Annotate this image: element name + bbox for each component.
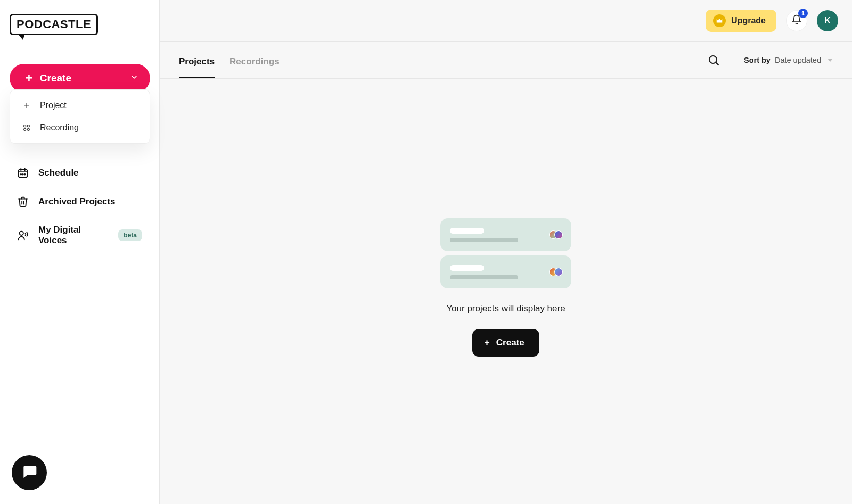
create-button[interactable]: + Create: [10, 64, 150, 93]
sidebar-item-label: Archived Projects: [38, 196, 116, 207]
tab-label: Projects: [179, 56, 215, 67]
voice-icon: [17, 229, 29, 241]
sidebar-item-archived[interactable]: Archived Projects: [10, 189, 150, 214]
search-icon: [707, 54, 720, 67]
svg-line-15: [716, 62, 718, 64]
chat-icon: [21, 463, 38, 482]
placeholder-avatars: [549, 268, 563, 276]
brand-logo[interactable]: PODCASTLE: [10, 14, 98, 35]
tab-projects[interactable]: Projects: [179, 56, 215, 78]
svg-point-12: [24, 174, 26, 175]
chevron-down-icon: [130, 72, 138, 84]
avatar[interactable]: K: [817, 10, 838, 31]
main-area: Upgrade 1 K Projects Recordings Sort: [160, 0, 852, 504]
empty-create-button[interactable]: + Create: [472, 329, 539, 357]
topbar: Upgrade 1 K: [160, 0, 852, 42]
svg-point-3: [27, 125, 29, 127]
svg-point-13: [20, 232, 23, 235]
divider: [732, 52, 732, 69]
sort-label: Sort by: [744, 56, 771, 64]
notifications-button[interactable]: 1: [786, 10, 807, 31]
subheader: Projects Recordings Sort by Date updated: [160, 42, 852, 79]
empty-create-label: Create: [496, 337, 525, 348]
calendar-icon: [17, 167, 29, 179]
brand-logo-text: PODCASTLE: [17, 18, 91, 31]
svg-point-5: [27, 128, 29, 130]
plus-icon: [22, 101, 31, 110]
upgrade-button-label: Upgrade: [731, 16, 766, 26]
chat-launcher[interactable]: [12, 455, 47, 490]
sidebar: PODCASTLE + Create Project Recording: [0, 0, 160, 504]
svg-point-4: [24, 128, 26, 130]
beta-badge: beta: [118, 229, 142, 241]
notifications-count-badge: 1: [798, 9, 808, 18]
placeholder-card: [440, 255, 571, 288]
sidebar-item-voices[interactable]: My Digital Voices beta: [10, 218, 150, 252]
svg-point-11: [22, 174, 23, 175]
create-menu-recording[interactable]: Recording: [10, 117, 150, 139]
crown-icon: [713, 14, 726, 27]
sort-value: Date updated: [775, 56, 821, 64]
trash-icon: [17, 196, 29, 208]
sidebar-item-schedule[interactable]: Schedule: [10, 161, 150, 185]
caret-down-icon: [828, 59, 833, 62]
sidebar-nav: Schedule Archived Projects My Digital Vo…: [10, 161, 150, 252]
create-menu-project-label: Project: [40, 101, 67, 110]
svg-point-10: [20, 174, 21, 175]
empty-state-message: Your projects will display here: [426, 303, 586, 314]
empty-state: Your projects will display here + Create: [426, 218, 586, 357]
upgrade-button[interactable]: Upgrade: [706, 10, 776, 32]
svg-point-2: [24, 125, 26, 127]
placeholder-avatars: [549, 230, 563, 239]
avatar-initial: K: [824, 16, 831, 26]
create-menu: Project Recording: [10, 89, 150, 144]
create-menu-project[interactable]: Project: [10, 94, 150, 117]
create-button-label: Create: [40, 72, 71, 84]
create-menu-recording-label: Recording: [40, 123, 79, 133]
search-button[interactable]: [707, 54, 720, 67]
tab-label: Recordings: [230, 56, 280, 67]
sort-control[interactable]: Sort by Date updated: [744, 56, 833, 64]
sidebar-item-label: My Digital Voices: [38, 225, 109, 246]
sidebar-item-label: Schedule: [38, 168, 79, 178]
tabs: Projects Recordings: [179, 42, 280, 78]
tab-recordings[interactable]: Recordings: [230, 56, 280, 78]
grid-icon: [22, 123, 31, 133]
placeholder-card: [440, 218, 571, 251]
